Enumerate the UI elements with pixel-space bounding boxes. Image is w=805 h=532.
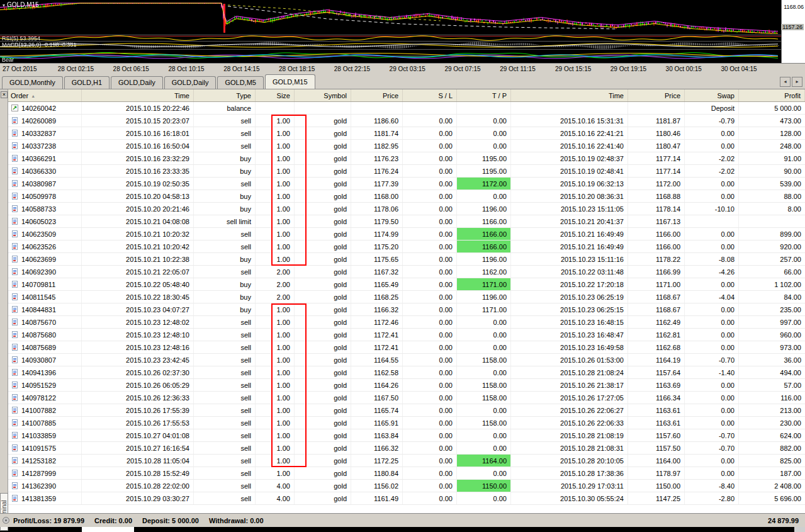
cell-symbol: gold [295,266,351,278]
cell-type: sell [194,228,256,240]
cell-close_price: 1162.81 [628,329,685,341]
column-header-size[interactable]: Size [256,89,295,101]
history-row[interactable]: 1406235262015.10.21 10:20:42sell1.00gold… [8,241,805,253]
order-number: 140951529 [21,382,56,389]
column-header-sl[interactable]: S / L [403,89,457,101]
column-header-tp[interactable]: T / P [457,89,511,101]
cell-size: 1.00 [256,404,295,416]
trade-doc-icon [12,482,18,489]
cell-order: 140692390 [8,266,82,278]
history-row[interactable]: 1403663302015.10.16 23:33:35buy1.00gold1… [8,165,805,178]
column-header-close_price[interactable]: Price [628,89,685,101]
chart-tab-gold-daily[interactable]: GOLD,Daily [111,76,163,89]
history-row[interactable]: 1408448312015.10.23 04:07:27buy1.00gold1… [8,303,805,316]
history-row[interactable]: 1406235092015.10.21 10:20:32sell1.00gold… [8,228,805,241]
cell-close_time: 2015.10.28 20:10:05 [511,455,628,467]
chart-tabs-bar: GOLD,MonthlyGOLD,H1GOLD,DailyGOLD,DailyG… [0,74,805,89]
history-row[interactable]: 1408115452015.10.22 18:30:45buy2.00gold1… [8,291,805,303]
chart-price-axis[interactable]: 1168.06 1157.26 [781,0,805,63]
chart-tab-gold-m15[interactable]: GOLD,M15 [265,74,315,89]
history-row[interactable]: 1413813592015.10.29 03:30:27sell4.00gold… [8,492,805,505]
chart-tab-gold-monthly[interactable]: GOLD,Monthly [2,76,63,89]
chart-tab-gold-daily[interactable]: GOLD,Daily [164,76,217,89]
terminal-title-strip: × Terminal [0,89,8,527]
trade-doc-icon [12,293,18,300]
cell-close_time: 2015.10.28 21:08:19 [511,429,628,441]
cell-time: 2015.10.22 05:48:40 [82,278,194,290]
tabs-scroll-left-button[interactable]: ◂ [780,77,791,87]
cell-tp [457,102,511,114]
cell-symbol: gold [295,140,351,152]
history-row[interactable]: 1402600892015.10.15 20:23:07sell1.00gold… [8,115,805,127]
history-row[interactable]: 1412879992015.10.28 15:52:49sell1.00gold… [8,467,805,480]
cell-swap: -1.40 [685,366,739,378]
history-row[interactable]: 1406050232015.10.21 04:08:08sell limit1.… [8,215,805,228]
column-header-time[interactable]: Time [82,89,194,101]
history-row[interactable]: 1409308072015.10.23 23:42:45sell1.00gold… [8,354,805,366]
balance-icon: ↗ [11,105,18,111]
cell-tp: 0.00 [457,429,511,441]
history-row[interactable]: 1407098112015.10.22 05:48:40buy2.00gold1… [8,278,805,291]
close-terminal-button[interactable]: × [1,91,8,98]
chart-area[interactable]: ▾GOLD,M15 RSI(5) 53.3954 MACD(12,26,9) -… [0,0,805,74]
cell-swap: -2.80 [685,492,739,504]
cell-tp: 1162.00 [457,266,511,278]
history-row[interactable]: 1409413962015.10.26 02:37:30sell1.00gold… [8,366,805,379]
cell-order: 140380987 [8,178,82,190]
column-header-profit[interactable]: Profit [739,89,805,101]
cell-swap: 0.00 [685,178,739,190]
cell-symbol: gold [295,417,351,429]
cell-order: 140605023 [8,215,82,227]
timeline-label: 28 Oct 10:15 [168,65,204,72]
history-row[interactable]: 1403328372015.10.16 16:18:01sell1.00gold… [8,127,805,140]
chart-tab-gold-m5[interactable]: GOLD,M5 [217,76,264,89]
history-row[interactable]: 1413623902015.10.28 22:02:00sell4.00gold… [8,480,805,492]
cell-symbol: gold [295,127,351,139]
history-row[interactable]: 1409515292015.10.26 06:05:29sell1.00gold… [8,379,805,392]
cell-close_price: 1166.99 [628,266,685,278]
history-row[interactable]: 1410078822015.10.26 17:55:39sell1.00gold… [8,404,805,417]
tabs-scroll-right-button[interactable]: ▸ [792,77,802,87]
column-header-price[interactable]: Price [351,89,403,101]
column-header-swap[interactable]: Swap [685,89,739,101]
cell-close_time: 2015.10.22 17:20:18 [511,278,628,290]
cell-time: 2015.10.28 11:05:04 [82,455,194,467]
cell-symbol: gold [295,178,351,190]
cell-order: 140623526 [8,241,82,252]
chart-tab-gold-h1[interactable]: GOLD,H1 [64,76,110,89]
cell-price: 1180.84 [351,467,403,479]
cell-price [351,102,403,114]
cell-close_time: 2015.10.20 08:36:31 [511,190,628,202]
mt4-window: ▾GOLD,M15 RSI(5) 53.3954 MACD(12,26,9) -… [0,0,805,532]
history-row[interactable]: 1403809872015.10.19 02:50:35sell1.00gold… [8,178,805,190]
history-row[interactable]: 1409781222015.10.26 12:36:33sell1.00gold… [8,392,805,404]
history-row[interactable]: 1405099782015.10.20 04:58:13buy1.00gold1… [8,190,805,203]
price-chart[interactable] [0,0,781,63]
history-row[interactable]: 1403662912015.10.16 23:32:29buy1.00gold1… [8,152,805,165]
history-row[interactable]: 1408756892015.10.23 12:48:16sell1.00gold… [8,341,805,354]
column-header-order[interactable]: Order▲ [8,89,82,101]
timeline-label: 27 Oct 2015 [3,65,37,72]
history-row[interactable]: ↗1402600422015.10.15 20:22:46balanceDepo… [8,102,805,115]
column-header-symbol[interactable]: Symbol [295,89,351,101]
history-row[interactable]: 1408756702015.10.23 12:48:02sell1.00gold… [8,316,805,329]
column-header-close_time[interactable]: Time [511,89,628,101]
cell-sl: 0.00 [403,467,457,479]
cell-size: 1.00 [256,152,295,164]
cell-profit: 257.00 [739,253,805,265]
chart-time-axis[interactable]: 27 Oct 201528 Oct 02:1528 Oct 06:1528 Oc… [0,63,805,74]
oscillator-indicator-label: Bear [2,57,14,63]
history-row[interactable]: 1410078852015.10.26 17:55:53sell1.00gold… [8,417,805,429]
cell-price: 1156.02 [351,480,403,492]
column-header-type[interactable]: Type [194,89,256,101]
history-row[interactable]: 1408756802015.10.23 12:48:10sell1.00gold… [8,329,805,341]
history-row[interactable]: 1410338592015.10.27 04:01:08sell1.00gold… [8,429,805,442]
history-row[interactable]: 1410915752015.10.27 16:16:54sell1.00gold… [8,442,805,455]
history-row[interactable]: 1406923902015.10.21 22:05:07sell2.00gold… [8,266,805,278]
history-row[interactable]: 1412531822015.10.28 11:05:04sell1.00gold… [8,455,805,467]
history-row[interactable]: 1406236992015.10.21 10:22:38buy1.00gold1… [8,253,805,266]
cell-profit: 494.00 [739,366,805,378]
order-number: 140709811 [21,281,55,288]
history-row[interactable]: 1405887332015.10.20 20:21:46buy1.00gold1… [8,203,805,215]
history-row[interactable]: 1403372382015.10.16 16:50:04sell1.00gold… [8,140,805,152]
